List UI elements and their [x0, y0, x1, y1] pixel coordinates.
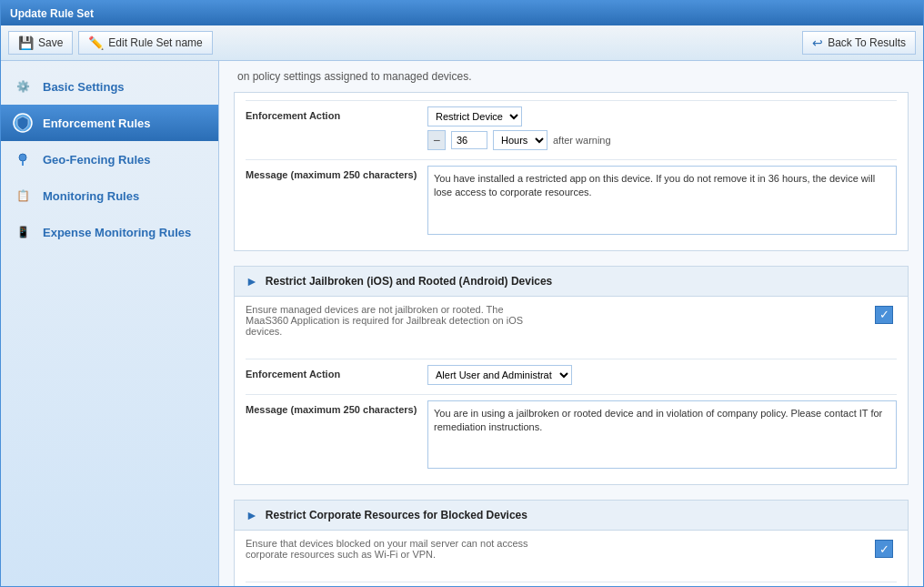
- sidebar-item-expense-monitoring-rules[interactable]: 📱 Expense Monitoring Rules: [1, 214, 218, 250]
- expense-monitoring-icon: 📱: [12, 221, 34, 243]
- sidebar-label-expense-monitoring: Expense Monitoring Rules: [43, 226, 191, 239]
- sidebar: ⚙️ Basic Settings Enforcement Rules: [1, 61, 219, 586]
- message-label-1: Message (maximum 250 characters): [246, 166, 427, 180]
- enforcement-action-controls-2: Alert User and Administrat: [427, 365, 897, 385]
- rule-section-restrict-apps: Enforcement Action Restrict Device −: [234, 92, 909, 251]
- rule-section-restrict-apps-body: Enforcement Action Restrict Device −: [235, 93, 908, 250]
- enforcement-action-controls-1: Restrict Device: [427, 106, 897, 127]
- jailbroken-checkbox[interactable]: ✓: [875, 306, 893, 324]
- monitoring-rules-icon: 📋: [12, 185, 34, 207]
- enforcement-action-content-2: Alert User and Administrat: [427, 365, 897, 389]
- basic-settings-icon: ⚙️: [12, 76, 34, 97]
- main-window: Update Rule Set 💾 Save ✏️ Edit Rule Set …: [0, 0, 924, 587]
- hours-input-1[interactable]: [451, 131, 487, 149]
- corporate-resources-description-wrap: Ensure that devices blocked on your mail…: [235, 531, 547, 574]
- enforcement-action-row-1: Enforcement Action Restrict Device −: [246, 100, 897, 154]
- sidebar-item-geo-fencing-rules[interactable]: Geo-Fencing Rules: [1, 141, 218, 177]
- enforcement-action-row-2: Enforcement Action Alert User and Admini…: [246, 359, 897, 389]
- toolbar-right: ↩ Back To Results: [802, 31, 916, 55]
- message-content-1: You have installed a restricted app on t…: [427, 166, 897, 238]
- corporate-resources-body: Trigger Action on Approval Status ✓ Bloc…: [235, 574, 908, 586]
- sidebar-item-monitoring-rules[interactable]: 📋 Monitoring Rules: [1, 177, 218, 214]
- edit-rule-set-button[interactable]: ✏️ Edit Rule Set name: [78, 31, 212, 55]
- after-warning-text-1: after warning: [553, 135, 611, 146]
- back-label: Back To Results: [828, 36, 906, 49]
- back-to-results-button[interactable]: ↩ Back To Results: [802, 31, 916, 55]
- enforcement-action-select-1[interactable]: Restrict Device: [427, 106, 522, 127]
- corporate-resources-expand-icon[interactable]: ►: [246, 508, 258, 522]
- message-textarea-2[interactable]: You are in using a jailbroken or rooted …: [427, 400, 897, 470]
- title-bar: Update Rule Set: [1, 1, 923, 25]
- back-icon: ↩: [812, 35, 823, 50]
- jailbroken-section-header: ► Restrict Jailbroken (iOS) and Rooted (…: [235, 267, 908, 297]
- content-area: on policy settings assigned to managed d…: [219, 61, 923, 586]
- jailbroken-description-wrap: Ensure managed devices are not jailbroke…: [235, 297, 547, 351]
- corporate-resources-checkbox-wrap: ✓: [860, 531, 908, 567]
- corporate-resources-description: Ensure that devices blocked on your mail…: [246, 538, 537, 560]
- edit-label: Edit Rule Set name: [108, 36, 202, 49]
- save-label: Save: [38, 36, 63, 49]
- toolbar: 💾 Save ✏️ Edit Rule Set name ↩ Back To R…: [1, 25, 923, 61]
- message-row-1: Message (maximum 250 characters) You hav…: [246, 159, 897, 238]
- jailbroken-description: Ensure managed devices are not jailbroke…: [246, 304, 537, 337]
- message-row-2: Message (maximum 250 characters) You are…: [246, 394, 897, 472]
- rule-section-jailbroken: ► Restrict Jailbroken (iOS) and Rooted (…: [234, 266, 909, 486]
- content-inner: on policy settings assigned to managed d…: [219, 61, 923, 586]
- corporate-resources-title: Restrict Corporate Resources for Blocked…: [266, 509, 527, 521]
- rule-section-corporate-resources: ► Restrict Corporate Resources for Block…: [234, 500, 909, 586]
- jailbroken-section-body: Enforcement Action Alert User and Admini…: [235, 351, 908, 485]
- hours-select-1[interactable]: Hours: [493, 130, 547, 150]
- jailbroken-section-title: Restrict Jailbroken (iOS) and Rooted (An…: [266, 275, 552, 288]
- intro-text: on policy settings assigned to managed d…: [234, 70, 909, 83]
- message-label-2: Message (maximum 250 characters): [246, 400, 427, 415]
- jailbroken-desc-row: Ensure managed devices are not jailbroke…: [235, 297, 908, 351]
- enforcement-action-label-1: Enforcement Action: [246, 106, 427, 121]
- trigger-action-row: Trigger Action on Approval Status ✓ Bloc…: [246, 582, 897, 586]
- hours-controls-1: − Hours after warning: [427, 130, 897, 150]
- enforcement-action-select-2[interactable]: Alert User and Administrat: [427, 365, 572, 385]
- message-textarea-1[interactable]: You have installed a restricted app on t…: [427, 166, 897, 235]
- geo-fencing-icon: [12, 148, 34, 170]
- enforcement-action-content-1: Restrict Device − Hours after warn: [427, 106, 897, 154]
- corporate-resources-header: ► Restrict Corporate Resources for Block…: [235, 501, 908, 531]
- svg-point-1: [19, 154, 26, 161]
- sidebar-label-enforcement-rules: Enforcement Rules: [43, 116, 150, 130]
- main-content: ⚙️ Basic Settings Enforcement Rules: [1, 61, 923, 586]
- message-content-2: You are in using a jailbroken or rooted …: [427, 400, 897, 472]
- edit-icon: ✏️: [88, 35, 104, 50]
- jailbroken-checkbox-wrap: ✓: [860, 297, 908, 333]
- minus-button-1[interactable]: −: [427, 130, 446, 150]
- sidebar-item-basic-settings[interactable]: ⚙️ Basic Settings: [1, 68, 218, 105]
- window-title: Update Rule Set: [10, 7, 94, 20]
- enforcement-rules-icon: [12, 112, 34, 134]
- corporate-resources-checkbox[interactable]: ✓: [875, 540, 893, 558]
- sidebar-label-basic-settings: Basic Settings: [43, 80, 125, 94]
- sidebar-item-enforcement-rules[interactable]: Enforcement Rules: [1, 105, 218, 141]
- sidebar-label-monitoring-rules: Monitoring Rules: [43, 189, 139, 203]
- enforcement-action-label-2: Enforcement Action: [246, 365, 427, 380]
- jailbroken-expand-icon[interactable]: ►: [246, 274, 258, 288]
- sidebar-label-geo-fencing: Geo-Fencing Rules: [43, 153, 150, 167]
- save-button[interactable]: 💾 Save: [8, 31, 73, 55]
- save-icon: 💾: [18, 35, 34, 50]
- corporate-resources-desc-row: Ensure that devices blocked on your mail…: [235, 531, 908, 574]
- toolbar-left: 💾 Save ✏️ Edit Rule Set name: [8, 31, 213, 55]
